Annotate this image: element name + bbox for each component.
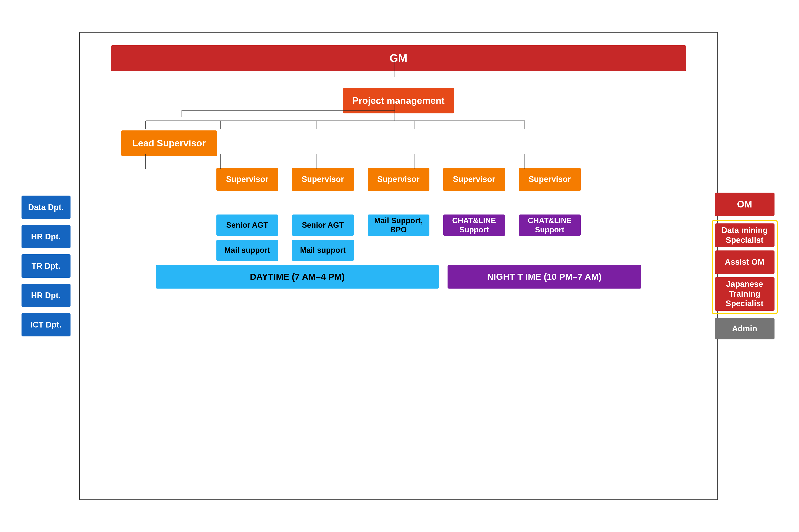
chat-line-support-2: CHAT&LINE Support — [519, 214, 581, 236]
sidebar-btn-data-dpt[interactable]: Data Dpt. — [21, 195, 71, 219]
senior-agt-1: Senior AGT — [216, 214, 278, 236]
supervisor-node-3: Supervisor — [368, 168, 430, 191]
daytime-banner: DAYTIME (7 AM–4 PM) — [156, 265, 439, 288]
gm-node: GM — [111, 45, 686, 71]
assist-om-box: Assist OM — [715, 250, 775, 274]
chat-line-support-1: CHAT&LINE Support — [443, 214, 505, 236]
pm-node: Project management — [343, 88, 454, 113]
sidebar-btn-ict-dpt[interactable]: ICT Dpt. — [21, 313, 71, 337]
om-box: OM — [715, 193, 775, 216]
lead-supervisor-node: Lead Supervisor — [121, 130, 217, 156]
supervisor-node-1: Supervisor — [216, 168, 278, 191]
mail-support-bpo: Mail Support, BPO — [368, 214, 430, 236]
supervisor-node-4: Supervisor — [443, 168, 505, 191]
senior-agt-2: Senior AGT — [292, 214, 354, 236]
admin-box: Admin — [715, 318, 775, 339]
left-sidebar: Data Dpt. HR Dpt. TR Dpt. HR Dpt. ICT Dp… — [21, 195, 71, 337]
sidebar-btn-hr-dpt-1[interactable]: HR Dpt. — [21, 225, 71, 248]
yellow-bordered-box: Data miningSpecialist Assist OM Japanese… — [712, 220, 778, 314]
nighttime-banner: NIGHT T IME (10 PM–7 AM) — [448, 265, 641, 288]
japanese-training-specialist-box: Japanese TrainingSpecialist — [715, 277, 775, 311]
sidebar-btn-tr-dpt[interactable]: TR Dpt. — [21, 254, 71, 278]
bottom-banners: DAYTIME (7 AM–4 PM) NIGHT T IME (10 PM–7… — [86, 265, 711, 288]
mail-support-2: Mail support — [292, 240, 354, 261]
supervisor-node-5: Supervisor — [519, 168, 581, 191]
supervisor-node-2: Supervisor — [292, 168, 354, 191]
sidebar-btn-hr-dpt-2[interactable]: HR Dpt. — [21, 284, 71, 307]
mail-support-1: Mail support — [216, 240, 278, 261]
chart-area: GM Project management Lead Supervisor Su… — [79, 32, 718, 500]
data-mining-specialist-box: Data miningSpecialist — [715, 224, 775, 247]
page-outer: Data Dpt. HR Dpt. TR Dpt. HR Dpt. ICT Dp… — [21, 21, 778, 511]
right-sidebar: OM Data miningSpecialist Assist OM Japan… — [712, 193, 778, 339]
